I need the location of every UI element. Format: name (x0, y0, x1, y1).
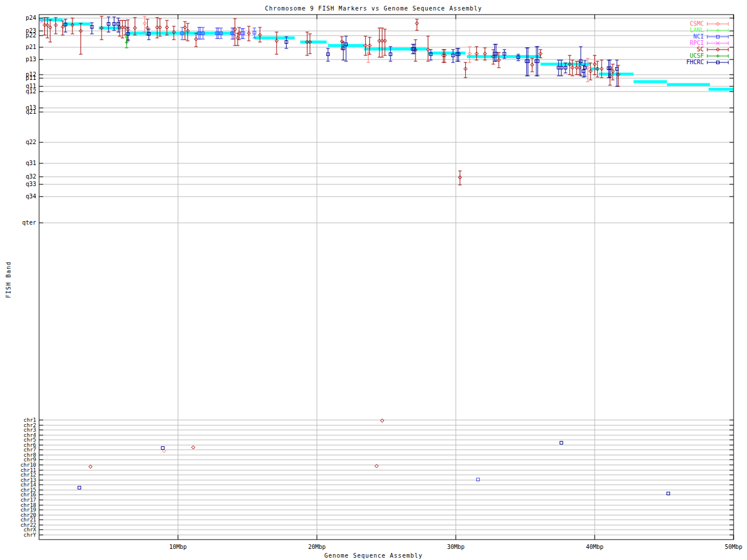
series-CSMC (143, 16, 589, 453)
svg-text:q33: q33 (26, 181, 36, 187)
legend: CSMCLANLNCIRPCISCUCSFFHCRC (686, 20, 728, 65)
svg-text:qter: qter (22, 219, 36, 226)
svg-text:40Mbp: 40Mbp (586, 544, 603, 550)
svg-text:30Mbp: 30Mbp (447, 544, 465, 550)
svg-text:LANL: LANL (690, 27, 704, 33)
svg-text:q12: q12 (26, 88, 36, 94)
svg-text:p11: p11 (26, 75, 36, 81)
chart-svg: p24p23p22p21p13p12p11q11q12q13q21q22q31q… (0, 0, 747, 560)
svg-text:p13: p13 (26, 56, 36, 62)
svg-text:q31: q31 (26, 160, 36, 166)
svg-text:p24: p24 (26, 15, 36, 21)
svg-text:NCI: NCI (693, 33, 704, 40)
legend-item-LANL: LANL (690, 27, 728, 33)
svg-text:q34: q34 (26, 193, 36, 200)
svg-text:RPCI: RPCI (690, 40, 704, 46)
plot-frame (39, 15, 734, 540)
assembly-line (39, 20, 734, 89)
svg-text:p22: p22 (26, 32, 36, 38)
legend-item-FHCRC: FHCRC (686, 59, 728, 65)
svg-text:q22: q22 (26, 139, 36, 145)
svg-text:20Mbp: 20Mbp (308, 544, 326, 550)
svg-text:50Mbp: 50Mbp (725, 544, 742, 550)
svg-text:10Mbp: 10Mbp (169, 544, 187, 550)
svg-text:q21: q21 (26, 108, 36, 115)
svg-text:CSMC: CSMC (690, 20, 704, 27)
svg-text:SC: SC (697, 46, 704, 52)
legend-item-CSMC: CSMC (690, 20, 728, 27)
svg-text:q32: q32 (26, 173, 36, 180)
svg-text:p21: p21 (26, 44, 36, 50)
page-root: { "title": "Chromosome 9 FISH Markers vs… (0, 0, 747, 560)
legend-item-NCI: NCI (693, 33, 728, 40)
axis-tick-labels: p24p23p22p21p13p12p11q11q12q13q21q22q31q… (20, 15, 742, 550)
svg-text:chrY: chrY (23, 532, 36, 538)
series-NCI (180, 27, 479, 481)
legend-item-RPCI: RPCI (690, 40, 728, 46)
series-FHCRC (64, 17, 669, 495)
series-SC (43, 16, 620, 468)
svg-text:FHCRC: FHCRC (686, 59, 704, 65)
gridlines (39, 15, 734, 540)
svg-text:UCSF: UCSF (690, 52, 704, 59)
legend-item-UCSF: UCSF (690, 52, 728, 59)
